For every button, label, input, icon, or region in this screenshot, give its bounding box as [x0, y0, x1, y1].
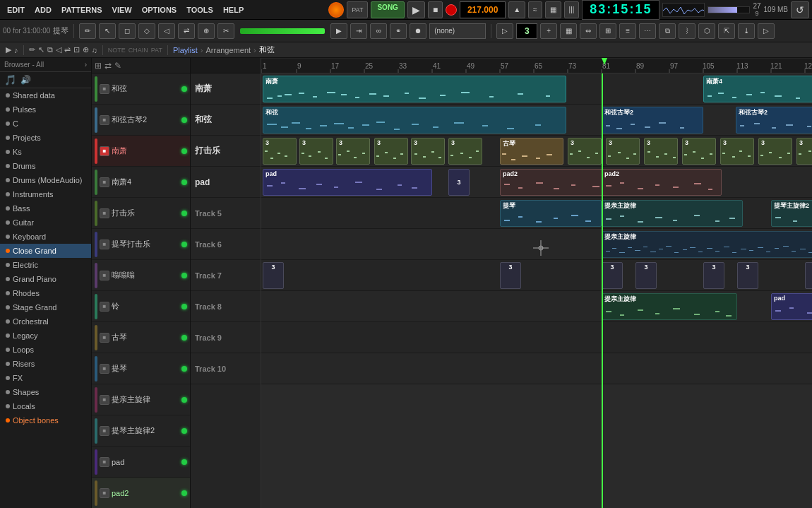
channel-mute-violin-perc[interactable]: ■ — [100, 240, 109, 249]
tool-misc2[interactable]: ⇱ — [718, 23, 735, 39]
playlist-label[interactable]: Playlist — [173, 46, 198, 54]
channel-row-bell[interactable]: ■ 铃 — [92, 291, 190, 322]
pattern-perc-rep2[interactable]: 3 — [374, 138, 408, 165]
none-select[interactable]: (none) — [429, 23, 486, 39]
pattern-guqin-mid[interactable]: 古琴 — [500, 138, 563, 165]
menu-item-help[interactable]: HELP — [219, 4, 248, 16]
pattern-perc-post7[interactable]: 3 — [796, 138, 812, 165]
tool-speakermini-icon[interactable]: ◁ — [56, 45, 61, 54]
menu-item-patterns[interactable]: PATTERNS — [57, 4, 107, 16]
sidebar-item-shared[interactable]: Shared data — [0, 88, 91, 102]
song-button[interactable]: SONG — [371, 1, 404, 18]
pattern-hezhong-guqin2-far[interactable]: 和弦古琴2 — [736, 107, 812, 134]
sidebar-item-orchestral[interactable]: Orchestral — [0, 314, 91, 329]
track-lane-1[interactable]: 南萧 — [261, 73, 812, 105]
tool-grid2[interactable]: ▦ — [560, 23, 577, 39]
sidebar-item-legacy[interactable]: Legacy — [0, 329, 91, 343]
track-lane-6[interactable]: 提亲主旋律 — [261, 229, 812, 260]
sidebar-item-projects[interactable]: Projects — [0, 131, 91, 145]
channel-header-icon2[interactable]: ⇄ — [105, 61, 112, 71]
pattern-track7-3[interactable]: 3 — [602, 262, 623, 289]
pattern-perc-post3[interactable]: 3 — [644, 138, 678, 165]
pattern-pad2-right[interactable]: pad2 — [602, 169, 722, 196]
pattern-violin-melody-big[interactable]: 提亲主旋律 — [602, 231, 812, 258]
pattern-pad-1[interactable]: pad — [263, 169, 432, 196]
sidebar-item-instruments[interactable]: Instruments — [0, 187, 91, 201]
channel-mute-violin-melody2[interactable]: ■ — [100, 426, 109, 436]
sidebar-item-shapes[interactable]: Shapes — [0, 385, 91, 399]
sidebar-item-guitar[interactable]: Guitar — [0, 215, 91, 230]
tool-play2[interactable]: ▶ — [330, 23, 347, 39]
menu-item-add[interactable]: ADD — [30, 4, 56, 16]
refresh-icon[interactable]: ↺ — [791, 1, 809, 18]
pattern-hezhong-guqin2-mid[interactable]: 和弦古琴2 — [602, 107, 703, 134]
channel-row-percussion[interactable]: ■ 打击乐 — [92, 198, 190, 229]
pattern-track7-2[interactable]: 3 — [500, 262, 521, 289]
channel-row-pad2[interactable]: ■ pad2 — [92, 478, 190, 508]
track-lane-9[interactable] — [261, 322, 812, 353]
pattern-perc-1[interactable]: 3 — [263, 138, 297, 165]
pattern-tiqin-melody[interactable]: 提亲主旋律 — [602, 200, 743, 227]
sidebar-item-risers[interactable]: Risers — [0, 357, 91, 371]
bar-icon[interactable]: ||| — [564, 1, 580, 18]
channel-mute-nanxiao4[interactable]: ■ — [100, 177, 109, 187]
sidebar-item-close-grand[interactable]: Close Grand — [0, 244, 91, 258]
tool-skip[interactable]: ⇥ — [350, 23, 367, 39]
tool-arrow[interactable]: ⇌ — [178, 23, 195, 39]
pattern-perc-post6[interactable]: 3 — [758, 138, 792, 165]
track-lane-7[interactable]: 3 3 3 3 3 — [261, 260, 812, 291]
channel-row-nanxiao4[interactable]: ■ 南萧4 — [92, 167, 190, 198]
tool-misc1[interactable]: ⬡ — [698, 23, 715, 39]
channel-row-guqin[interactable]: ■ 古琴 — [92, 322, 190, 353]
pattern-perc-rep1[interactable]: 3 — [336, 138, 370, 165]
tool-link[interactable]: ⚭ — [390, 23, 407, 39]
track-lane-10[interactable] — [261, 353, 812, 384]
pattern-perc-2[interactable]: 3 — [299, 138, 333, 165]
channel-mute-pad2[interactable]: ■ — [100, 488, 109, 498]
pattern-perc-post4[interactable]: 3 — [682, 138, 716, 165]
sidebar-item-grand-piano[interactable]: Grand Piano — [0, 272, 91, 286]
channel-row-violin-perc[interactable]: ■ 提琴打击乐 — [92, 229, 190, 260]
channel-row-wengweng[interactable]: ■ 嗡嗡嗡 — [92, 260, 190, 291]
pattern-track7-4[interactable]: 3 — [635, 262, 657, 289]
tool-misc4[interactable]: ▷ — [758, 23, 775, 39]
pattern-tiqin-1[interactable]: 提琴 — [500, 200, 602, 227]
arrow-up-icon[interactable]: ▲ — [508, 1, 525, 18]
stop-button[interactable]: ■ — [428, 1, 443, 18]
tool-speaker[interactable]: ◁ — [158, 23, 175, 39]
channel-header-icon3[interactable]: ✎ — [114, 61, 121, 71]
tool-split[interactable]: ⊞ — [599, 23, 616, 39]
tool-loop[interactable]: ∞ — [370, 23, 387, 39]
channel-mute-hezhong[interactable]: ■ — [100, 84, 109, 94]
channel-mute-guqin[interactable]: ■ — [100, 333, 109, 343]
record-button[interactable] — [446, 4, 457, 16]
menu-item-edit[interactable]: EDIT — [3, 4, 29, 16]
sidebar-item-bass[interactable]: Bass — [0, 201, 91, 215]
sidebar-item-ks[interactable]: Ks — [0, 145, 91, 159]
tool-merge[interactable]: ⇔ — [580, 23, 597, 39]
tool-arrowmini-icon[interactable]: ⇌ — [64, 45, 71, 54]
menu-item-options[interactable]: OPTIONS — [138, 4, 181, 16]
channel-row-violin-melody[interactable]: ■ 提亲主旋律 — [92, 384, 190, 415]
track-lane-5[interactable]: 提琴 — [261, 198, 812, 229]
pattern-pad-mark1[interactable]: 3 — [448, 169, 470, 196]
pattern-perc-rep4[interactable]: 3 — [448, 138, 482, 165]
play-button[interactable]: ▶ — [407, 1, 425, 18]
tool-cut[interactable]: ✂ — [217, 23, 234, 39]
speaker-sidebar-icon[interactable]: 🔊 — [20, 75, 31, 85]
tool-zoom[interactable]: ⊕ — [198, 23, 215, 39]
arrangement-label[interactable]: Arrangement — [205, 46, 251, 54]
pattern-track8-pad[interactable]: pad — [771, 293, 812, 320]
track-lane-3[interactable]: 3 3 古琴 — [261, 136, 812, 167]
tool-fx2[interactable]: ⧉ — [659, 23, 676, 39]
pattern-track7-7[interactable]: 3 — [805, 262, 812, 289]
tool-record2[interactable]: ⏺ — [410, 23, 426, 39]
sidebar-item-pulses[interactable]: Pulses — [0, 102, 91, 117]
tool-arrow2[interactable]: ▷ — [496, 23, 513, 39]
audio-icon[interactable]: 🎵 — [4, 74, 16, 85]
pattern-perc-rep3[interactable]: 3 — [411, 138, 445, 165]
tool-draw[interactable]: ✏ — [79, 23, 96, 39]
channel-mute-pad[interactable]: ■ — [100, 457, 109, 467]
channel-row-pad[interactable]: ■ pad — [92, 447, 190, 478]
tool-misc3[interactable]: ⤓ — [738, 23, 755, 39]
